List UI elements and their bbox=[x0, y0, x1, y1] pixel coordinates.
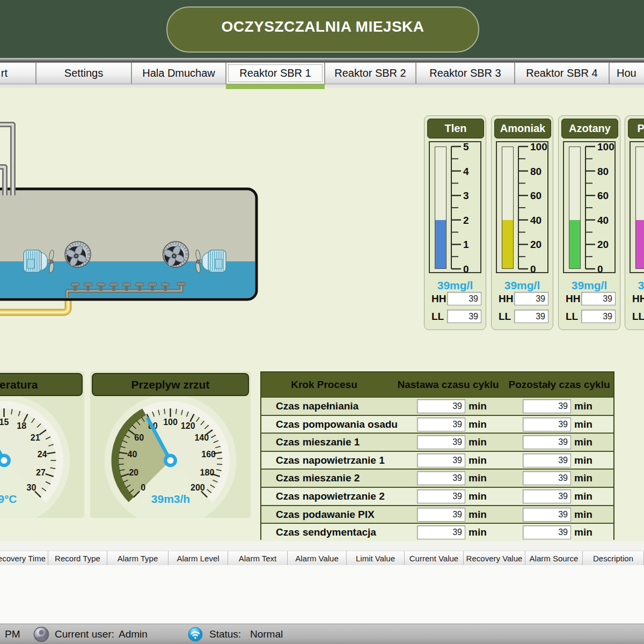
cycle-set-input[interactable]: 39 bbox=[417, 471, 465, 485]
dial-face: 03691215182124273039°C bbox=[0, 397, 84, 518]
svg-text:140: 140 bbox=[194, 433, 209, 442]
tab-rt[interactable]: rt bbox=[0, 62, 36, 84]
process-row: Czas napowietrzanie 239min39min bbox=[261, 487, 613, 505]
tab-settings[interactable]: Settings bbox=[36, 62, 131, 84]
svg-text:200: 200 bbox=[191, 483, 205, 492]
svg-text:100: 100 bbox=[597, 142, 614, 152]
gauge-fill bbox=[636, 220, 644, 268]
remaining-unit: min bbox=[574, 400, 592, 412]
process-step-label: Czas sendymentacja bbox=[276, 526, 376, 538]
gauge-value: 39mg/l bbox=[425, 279, 486, 292]
alarm-col-limit-value[interactable]: Limit Value bbox=[347, 551, 405, 566]
gauge-tube bbox=[635, 147, 644, 269]
dial-title: Temperatura bbox=[0, 373, 83, 396]
svg-text:24: 24 bbox=[38, 450, 47, 459]
svg-text:20: 20 bbox=[597, 239, 609, 250]
svg-text:18: 18 bbox=[17, 421, 26, 430]
svg-text:100: 100 bbox=[163, 418, 178, 427]
gauge-value: 39mg/l bbox=[625, 279, 644, 292]
cycle-remaining-input[interactable]: 39 bbox=[523, 508, 571, 522]
ll-limit-input[interactable]: 39 bbox=[514, 310, 548, 323]
hh-limit-row: HH39 bbox=[625, 292, 644, 306]
dial-value: 39m3/h bbox=[151, 493, 190, 505]
dial-title: Przeplyw zrzut bbox=[92, 373, 249, 396]
alarm-col-current-value[interactable]: Current Value bbox=[405, 551, 464, 566]
hh-label: HH bbox=[499, 293, 513, 305]
scada-screen: OCZYSZCZALNIA MIEJSKA rtSettingsHala Dmu… bbox=[0, 0, 644, 644]
cycle-remaining-input[interactable]: 39 bbox=[523, 489, 571, 503]
svg-text:5: 5 bbox=[463, 142, 469, 152]
tab-reaktor-sbr-2[interactable]: Reaktor SBR 2 bbox=[325, 62, 416, 84]
cycle-remaining-input[interactable]: 39 bbox=[523, 418, 571, 431]
set-unit: min bbox=[469, 526, 487, 538]
hh-limit-row: HH39 bbox=[492, 292, 553, 306]
set-unit: min bbox=[469, 455, 487, 466]
cycle-set-input[interactable]: 39 bbox=[417, 453, 465, 467]
svg-text:60: 60 bbox=[134, 433, 144, 442]
clock-suffix: PM bbox=[5, 628, 20, 640]
tab-hou[interactable]: Hou bbox=[609, 62, 644, 84]
ll-limit-input[interactable]: 39 bbox=[581, 310, 616, 323]
tab-reaktor-sbr-3[interactable]: Reaktor SBR 3 bbox=[416, 62, 515, 84]
alarm-col-alarm-source[interactable]: Alarm Source bbox=[525, 551, 583, 566]
cycle-set-input[interactable]: 39 bbox=[417, 435, 465, 449]
alarm-col-alarm-level[interactable]: Alarm Level bbox=[169, 551, 228, 566]
alarm-col-description[interactable]: Description bbox=[583, 551, 644, 566]
svg-text:0: 0 bbox=[530, 264, 536, 274]
alarm-col-record-type[interactable]: Record Type bbox=[48, 551, 107, 566]
remaining-unit: min bbox=[574, 436, 592, 448]
cycle-remaining-input[interactable]: 39 bbox=[523, 435, 571, 449]
gauge-panel-amoniak: Amoniak02040608010039mg/lHH39LL39 bbox=[491, 115, 553, 330]
cycle-set-input[interactable]: 39 bbox=[417, 508, 465, 522]
dial-value: 39°C bbox=[0, 493, 17, 505]
cycle-remaining-input[interactable]: 39 bbox=[523, 453, 571, 467]
alarm-table-header: Recovery TimeRecord TypeAlarm TypeAlarm … bbox=[0, 551, 644, 566]
alarm-col-recovery-time[interactable]: Recovery Time bbox=[0, 551, 48, 566]
svg-text:27: 27 bbox=[36, 468, 46, 477]
alarm-table-body bbox=[0, 565, 644, 624]
svg-text:160: 160 bbox=[201, 450, 216, 459]
svg-text:0: 0 bbox=[597, 264, 603, 274]
svg-text:21: 21 bbox=[31, 433, 40, 442]
cycle-set-input[interactable]: 39 bbox=[417, 489, 465, 503]
cycle-set-input[interactable]: 39 bbox=[417, 525, 465, 539]
ll-limit-row: LL39 bbox=[492, 310, 553, 324]
plant-title-banner: OCZYSZCZALNIA MIEJSKA bbox=[166, 6, 479, 53]
cycle-set-input[interactable]: 39 bbox=[417, 418, 465, 431]
alarm-col-alarm-value[interactable]: Alarm Value bbox=[288, 551, 347, 566]
tab-hala-dmuchaw[interactable]: Hala Dmuchaw bbox=[131, 62, 226, 84]
remaining-unit: min bbox=[574, 526, 592, 538]
hh-label: HH bbox=[632, 293, 644, 305]
ll-limit-input[interactable]: 39 bbox=[447, 310, 481, 323]
process-row: Czas napełniania39min39min bbox=[261, 397, 613, 415]
gauge-title: Amoniak bbox=[494, 119, 551, 138]
title-bar: OCZYSZCZALNIA MIEJSKA bbox=[0, 0, 644, 58]
alarm-col-alarm-type[interactable]: Alarm Type bbox=[107, 551, 169, 566]
hh-limit-input[interactable]: 39 bbox=[447, 292, 481, 305]
cycle-remaining-input[interactable]: 39 bbox=[523, 399, 571, 413]
active-tab-underline bbox=[226, 84, 325, 89]
svg-text:3: 3 bbox=[463, 190, 469, 201]
alarm-col-recovery-value[interactable]: Recovery Value bbox=[464, 551, 525, 566]
hh-limit-row: HH39 bbox=[559, 292, 620, 306]
gauge-title: Azotany bbox=[561, 119, 618, 138]
gauge-title: Poziom bbox=[628, 119, 644, 138]
alarm-col-alarm-text[interactable]: Alarm Text bbox=[228, 551, 288, 566]
process-step-label: Czas napowietrzanie 1 bbox=[276, 455, 385, 466]
cycle-remaining-input[interactable]: 39 bbox=[523, 525, 571, 539]
hh-limit-input[interactable]: 39 bbox=[514, 292, 548, 305]
hh-limit-input[interactable]: 39 bbox=[581, 292, 616, 305]
svg-text:15: 15 bbox=[0, 418, 9, 427]
sbr-tank-diagram bbox=[0, 91, 290, 338]
tab-reaktor-sbr-4[interactable]: Reaktor SBR 4 bbox=[515, 62, 609, 84]
tab-reaktor-sbr-1[interactable]: Reaktor SBR 1 bbox=[226, 62, 325, 84]
remaining-unit: min bbox=[574, 509, 592, 521]
process-row: Czas mieszanie 139min39min bbox=[261, 433, 613, 451]
dial-panel-przeplyw-zrzut: Przeplyw zrzut02040608010012014016018020… bbox=[90, 371, 251, 518]
hh-label: HH bbox=[431, 293, 446, 305]
cycle-remaining-input[interactable]: 39 bbox=[523, 471, 571, 485]
set-unit: min bbox=[469, 419, 487, 430]
dial-face: 02040608010012014016018020039m3/h bbox=[90, 397, 251, 518]
svg-text:4: 4 bbox=[463, 166, 469, 177]
cycle-set-input[interactable]: 39 bbox=[417, 399, 465, 413]
